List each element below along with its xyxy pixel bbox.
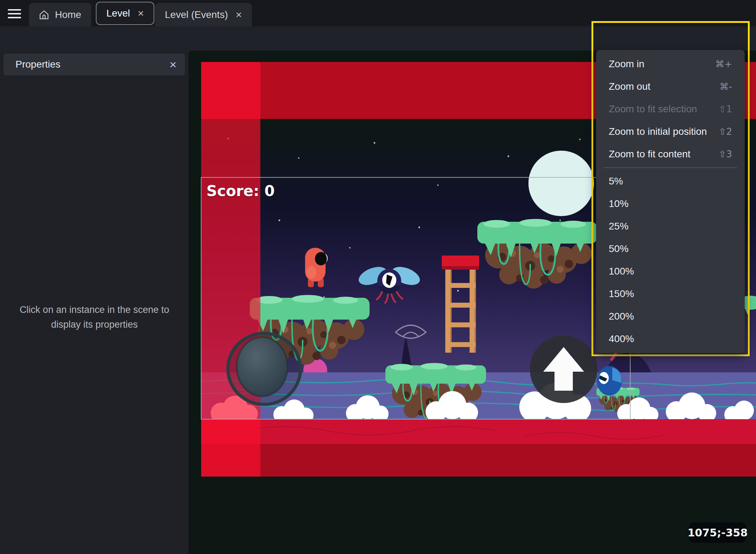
main-menu-icon[interactable] <box>8 7 22 20</box>
score-text: Score: 0 <box>206 182 275 200</box>
menu-item-zoom-5[interactable]: 5% <box>596 170 745 193</box>
tab-level-events-label: Level (Events) <box>165 9 228 20</box>
menu-item-zoom-400[interactable]: 400% <box>596 328 745 350</box>
editor-toolbar: Preview Publish <box>0 26 756 52</box>
properties-panel: Properties × Click on an instance in the… <box>0 52 189 554</box>
tab-level-events-close-icon[interactable]: × <box>236 10 242 20</box>
properties-empty-message: Click on an instance in the scene to dis… <box>13 303 175 332</box>
menu-item-zoom-25[interactable]: 25% <box>596 215 745 238</box>
tab-home[interactable]: Home <box>29 3 91 26</box>
level-edge-wall <box>201 62 260 477</box>
tab-level[interactable]: Level × <box>96 2 154 25</box>
menu-item-zoom-200[interactable]: 200% <box>596 305 745 328</box>
joystick-control[interactable] <box>228 333 300 404</box>
tab-level-close-icon[interactable]: × <box>138 8 144 19</box>
home-icon <box>39 10 49 20</box>
menu-item-zoom-fit-selection: Zoom to fit selection ⇧1 <box>596 98 745 120</box>
properties-close-icon[interactable]: × <box>169 58 176 70</box>
moon <box>528 151 594 216</box>
tab-home-label: Home <box>55 9 81 20</box>
tab-level-label: Level <box>106 8 130 19</box>
menu-item-zoom-50[interactable]: 50% <box>596 238 745 260</box>
menu-item-zoom-100[interactable]: 100% <box>596 260 745 283</box>
menu-item-zoom-150[interactable]: 150% <box>596 283 745 305</box>
menu-item-zoom-in[interactable]: Zoom in ⌘+ <box>596 53 745 75</box>
cursor-coordinates-badge: 1075;-358 <box>689 522 746 543</box>
menu-item-zoom-out[interactable]: Zoom out ⌘- <box>596 75 745 98</box>
top-tab-bar: Home Level × Level (Events) × <box>0 0 756 26</box>
jump-button-control[interactable] <box>530 335 597 403</box>
properties-title: Properties <box>16 59 169 70</box>
menu-item-zoom-fit-content[interactable]: Zoom to fit content ⇧3 <box>596 143 745 165</box>
zoom-dropdown-menu: Zoom in ⌘+ Zoom out ⌘- Zoom to fit selec… <box>596 50 745 353</box>
menu-item-zoom-initial-position[interactable]: Zoom to initial position ⇧2 <box>596 120 745 143</box>
tab-level-events[interactable]: Level (Events) × <box>155 3 252 26</box>
menu-item-zoom-10[interactable]: 10% <box>596 193 745 215</box>
properties-panel-header: Properties × <box>4 53 185 75</box>
